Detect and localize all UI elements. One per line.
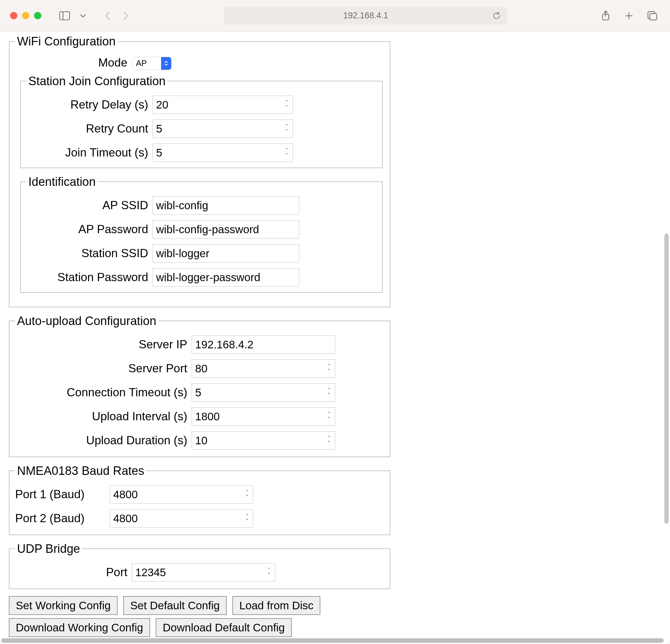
join-timeout-input[interactable] (152, 144, 293, 162)
page-viewport: WiFi Configuration Mode AP (0, 31, 670, 644)
udp-bridge-fieldset: UDP Bridge Port ˄˅ (9, 542, 390, 589)
server-ip-label: Server IP (15, 338, 192, 351)
station-password-label: Station Password (26, 271, 152, 284)
ap-password-label: AP Password (26, 223, 152, 236)
port2-baud-label: Port 2 (Baud) (15, 512, 110, 525)
wifi-config-legend: WiFi Configuration (15, 35, 118, 48)
identification-legend: Identification (26, 175, 97, 189)
udp-bridge-legend: UDP Bridge (15, 542, 82, 556)
browser-window: 192.168.4.1 WiFi Configuration (0, 0, 670, 644)
retry-count-input[interactable] (152, 120, 293, 138)
identification-fieldset: Identification AP SSID AP Password Stati… (20, 175, 383, 293)
chevron-down-icon[interactable] (77, 10, 89, 22)
download-default-config-button[interactable]: Download Default Config (156, 618, 292, 637)
new-tab-icon[interactable] (623, 10, 635, 22)
upload-duration-label: Upload Duration (s) (15, 434, 192, 447)
upload-duration-input[interactable] (192, 431, 335, 450)
stepper-icon[interactable]: ˄˅ (324, 410, 333, 423)
port1-baud-input[interactable] (110, 485, 253, 503)
select-caret-icon (161, 57, 171, 70)
station-password-input[interactable] (152, 268, 299, 287)
horizontal-scrollbar[interactable] (1, 638, 664, 643)
retry-count-label: Retry Count (26, 122, 152, 135)
svg-rect-6 (650, 14, 657, 20)
stepper-icon[interactable]: ˄˅ (324, 362, 333, 375)
address-bar[interactable]: 192.168.4.1 (224, 7, 508, 25)
address-url: 192.168.4.1 (343, 11, 388, 21)
server-ip-input[interactable] (192, 336, 335, 354)
udp-port-input[interactable] (132, 563, 275, 581)
station-ssid-label: Station SSID (26, 247, 152, 260)
button-row-2: Download Working Config Download Default… (9, 618, 661, 637)
sidebar-toggle-icon[interactable] (59, 10, 70, 22)
vertical-scrollbar[interactable] (664, 234, 669, 524)
baud-rates-fieldset: NMEA0183 Baud Rates Port 1 (Baud) ˄˅ Por… (9, 464, 390, 535)
auto-upload-legend: Auto-upload Configuration (15, 314, 158, 328)
join-timeout-label: Join Timeout (s) (26, 146, 152, 159)
upload-interval-input[interactable] (192, 407, 335, 426)
button-row-1: Set Working Config Set Default Config Lo… (9, 596, 661, 615)
conn-timeout-label: Connection Timeout (s) (15, 386, 192, 399)
stepper-icon[interactable]: ˄˅ (282, 122, 291, 135)
wifi-config-fieldset: WiFi Configuration Mode AP (9, 35, 390, 307)
browser-toolbar: 192.168.4.1 (0, 0, 670, 31)
conn-timeout-input[interactable] (192, 383, 335, 402)
stepper-icon[interactable]: ˄˅ (324, 434, 333, 447)
retry-delay-input[interactable] (152, 96, 293, 114)
baud-rates-legend: NMEA0183 Baud Rates (15, 464, 146, 478)
wifi-mode-select[interactable]: AP (132, 56, 172, 70)
stepper-icon[interactable]: ˄˅ (242, 512, 251, 525)
wifi-mode-value: AP (136, 58, 161, 68)
forward-button-icon[interactable] (120, 10, 132, 22)
stepper-icon[interactable]: ˄˅ (282, 146, 291, 159)
wifi-mode-label: Mode (15, 56, 132, 69)
window-controls (10, 12, 41, 19)
stepper-icon[interactable]: ˄˅ (265, 566, 273, 579)
reload-icon[interactable] (493, 11, 501, 21)
upload-interval-label: Upload Interval (s) (15, 410, 192, 423)
retry-delay-label: Retry Delay (s) (26, 98, 152, 111)
auto-upload-fieldset: Auto-upload Configuration Server IP Serv… (9, 314, 390, 457)
download-working-config-button[interactable]: Download Working Config (9, 618, 150, 637)
close-window-icon[interactable] (10, 12, 17, 19)
back-button-icon[interactable] (102, 10, 113, 22)
ap-ssid-label: AP SSID (26, 199, 152, 212)
port2-baud-input[interactable] (110, 509, 253, 528)
stepper-icon[interactable]: ˄˅ (324, 386, 333, 399)
ap-ssid-input[interactable] (152, 196, 299, 214)
ap-password-input[interactable] (152, 220, 299, 238)
load-from-disc-button[interactable]: Load from Disc (232, 596, 320, 615)
page-content: WiFi Configuration Mode AP (0, 31, 670, 644)
svg-rect-0 (59, 12, 70, 20)
stepper-icon[interactable]: ˄˅ (282, 98, 291, 111)
station-ssid-input[interactable] (152, 244, 299, 263)
server-port-label: Server Port (15, 362, 192, 375)
set-working-config-button[interactable]: Set Working Config (9, 596, 118, 615)
tabs-overview-icon[interactable] (647, 10, 658, 22)
stepper-icon[interactable]: ˄˅ (242, 488, 251, 501)
udp-port-label: Port (15, 566, 132, 579)
minimize-window-icon[interactable] (22, 12, 29, 19)
port1-baud-label: Port 1 (Baud) (15, 488, 110, 501)
server-port-input[interactable] (192, 359, 335, 378)
set-default-config-button[interactable]: Set Default Config (123, 596, 227, 615)
station-join-legend: Station Join Configuration (26, 75, 168, 88)
maximize-window-icon[interactable] (34, 12, 41, 19)
station-join-fieldset: Station Join Configuration Retry Delay (… (20, 75, 383, 168)
share-icon[interactable] (600, 10, 611, 22)
